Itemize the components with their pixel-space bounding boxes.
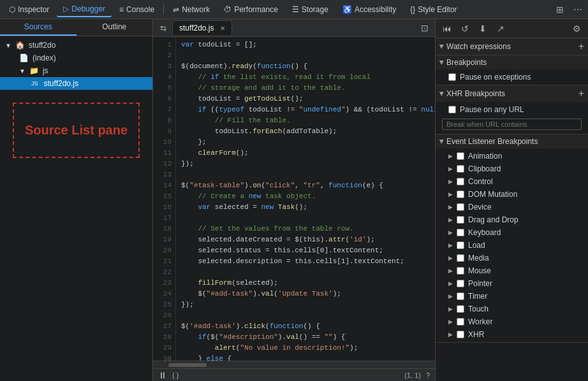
pause-on-exceptions-checkbox[interactable] (448, 73, 456, 81)
event-checkbox[interactable] (457, 292, 464, 300)
event-item-keyboard[interactable]: ▶Keyboard (436, 226, 588, 239)
pause-on-any-url-checkbox[interactable] (448, 106, 456, 113)
tree-item-stuff2do-js[interactable]: JS stuff2do.js (0, 77, 152, 90)
tree-item-stuff2do[interactable]: ▼ 🏠 stuff2do (0, 39, 152, 52)
event-label: Device (468, 203, 492, 212)
more-tools-icon[interactable]: ⋯ (570, 2, 585, 17)
event-checkbox[interactable] (457, 229, 464, 236)
code-content[interactable]: var todoList = []; $(document).ready(fun… (176, 37, 435, 361)
line-numbers: 1234567891011121314151617181920212223242… (153, 37, 176, 361)
section-event-listeners: ▶ Event Listener Breakpoints ▶Animation▶… (436, 134, 588, 343)
tree-item-js[interactable]: ▼ 📁 js (0, 64, 152, 77)
event-item-animation[interactable]: ▶Animation (436, 150, 588, 162)
event-checkbox[interactable] (457, 280, 464, 287)
file-icon: 📄 (19, 54, 29, 62)
expand-icon: ▶ (448, 306, 453, 312)
event-checkbox[interactable] (457, 178, 464, 185)
tree-toggle-stuff2do: ▼ (5, 42, 11, 49)
event-checkbox[interactable] (457, 165, 464, 173)
breakpoints-label: Breakpoints (446, 58, 487, 67)
step-over-button[interactable]: ↺ (457, 21, 473, 36)
section-event-listeners-header[interactable]: ▶ Event Listener Breakpoints (436, 134, 588, 148)
split-left-icon[interactable]: ⇆ (156, 20, 171, 36)
event-checkbox[interactable] (457, 318, 464, 326)
event-listeners-content: ▶Animation▶Clipboard▶Control▶DOM Mutatio… (436, 148, 588, 342)
tab-style-editor[interactable]: {} Style Editor (404, 3, 463, 17)
xhr-toggle-icon: ▶ (439, 92, 445, 96)
xhr-add-button[interactable]: + (578, 88, 584, 99)
pause-on-any-url-item[interactable]: Pause on any URL (436, 103, 588, 116)
event-checkbox[interactable] (457, 331, 464, 338)
tab-debugger-label: Debugger (71, 4, 105, 13)
event-item-mouse[interactable]: ▶Mouse (436, 264, 588, 277)
editor-area[interactable]: 1234567891011121314151617181920212223242… (153, 37, 435, 361)
event-item-dom-mutation[interactable]: ▶DOM Mutation (436, 188, 588, 201)
event-item-worker[interactable]: ▶Worker (436, 315, 588, 328)
close-tab-icon[interactable]: ✕ (220, 25, 225, 32)
watch-add-button[interactable]: + (578, 41, 584, 52)
tab-performance[interactable]: ⏱ Performance (217, 3, 284, 17)
xhr-content: Pause on any URL (436, 102, 588, 134)
tab-performance-label: Performance (234, 5, 278, 14)
tree-item-index-label: (index) (33, 54, 56, 62)
event-item-xhr[interactable]: ▶XHR (436, 328, 588, 341)
event-listeners-label: Event Listener Breakpoints (446, 137, 538, 146)
left-tabs: Sources Outline (0, 19, 152, 36)
tab-console[interactable]: ≡ Console (113, 3, 161, 17)
step-out-button[interactable]: ↗ (493, 21, 508, 36)
section-breakpoints-header[interactable]: ▶ Breakpoints (436, 55, 588, 69)
inspector-icon: ⬡ (9, 5, 15, 14)
event-label: Load (468, 241, 485, 250)
left-pane: Sources Outline ▼ 🏠 stuff2do 📄 (index) ▼… (0, 19, 153, 381)
event-item-device[interactable]: ▶Device (436, 201, 588, 213)
help-icon[interactable]: ? (426, 371, 430, 379)
event-item-touch[interactable]: ▶Touch (436, 303, 588, 315)
tab-accessibility[interactable]: ♿ Accessibility (336, 3, 402, 17)
tab-network[interactable]: ⇌ Network (166, 3, 216, 17)
expand-icon: ▶ (448, 191, 453, 198)
expand-icon: ▶ (448, 204, 453, 210)
responsive-design-icon[interactable]: ⊞ (552, 2, 568, 17)
tab-network-label: Network (182, 5, 210, 14)
expand-icon: ▶ (448, 153, 453, 159)
network-icon: ⇌ (173, 5, 179, 14)
event-item-media[interactable]: ▶Media (436, 252, 588, 264)
event-item-load[interactable]: ▶Load (436, 239, 588, 252)
toolbar-separator-1 (163, 4, 164, 15)
editor-tab-stuff2do-js[interactable]: stuff2do.js ✕ (172, 20, 232, 35)
event-item-pointer[interactable]: ▶Pointer (436, 277, 588, 290)
expand-icon: ▶ (448, 280, 453, 287)
event-checkbox[interactable] (457, 203, 464, 211)
tab-inspector[interactable]: ⬡ Inspector (3, 3, 55, 17)
breakpoints-icon: ⏸ (158, 370, 167, 380)
storage-icon: ☰ (292, 5, 299, 14)
pause-on-exceptions-item[interactable]: Pause on exceptions (436, 71, 588, 83)
event-checkbox[interactable] (457, 152, 464, 160)
event-item-control[interactable]: ▶Control (436, 175, 588, 188)
event-checkbox[interactable] (457, 216, 464, 224)
resume-button[interactable]: ⏮ (439, 21, 455, 36)
tree-item-index[interactable]: 📄 (index) (0, 52, 152, 64)
tab-outline[interactable]: Outline (77, 19, 153, 36)
section-watch-header[interactable]: ▶ Watch expressions + (436, 38, 588, 55)
event-checkbox[interactable] (457, 305, 464, 313)
expand-icon: ▶ (448, 268, 453, 274)
tab-debugger[interactable]: ▷ Debugger (57, 2, 112, 17)
tab-storage[interactable]: ☰ Storage (286, 3, 335, 17)
event-checkbox[interactable] (457, 241, 464, 249)
event-item-timer[interactable]: ▶Timer (436, 290, 588, 303)
event-checkbox[interactable] (457, 190, 464, 198)
scrollbar-thumb[interactable] (168, 363, 207, 367)
event-checkbox[interactable] (457, 254, 464, 262)
url-filter-input[interactable] (442, 119, 582, 130)
pause-on-exceptions-label: Pause on exceptions (460, 73, 531, 82)
event-item-drag-and-drop[interactable]: ▶Drag and Drop (436, 213, 588, 226)
event-item-clipboard[interactable]: ▶Clipboard (436, 162, 588, 175)
event-checkbox[interactable] (457, 267, 464, 275)
settings-icon[interactable]: ⚙ (569, 21, 584, 36)
step-in-button[interactable]: ⬇ (475, 21, 490, 36)
section-xhr-header[interactable]: ▶ XHR Breakpoints + (436, 85, 588, 102)
split-right-icon[interactable]: ⊡ (417, 20, 432, 36)
tab-sources[interactable]: Sources (0, 19, 77, 36)
horizontal-scrollbar[interactable] (153, 361, 435, 368)
